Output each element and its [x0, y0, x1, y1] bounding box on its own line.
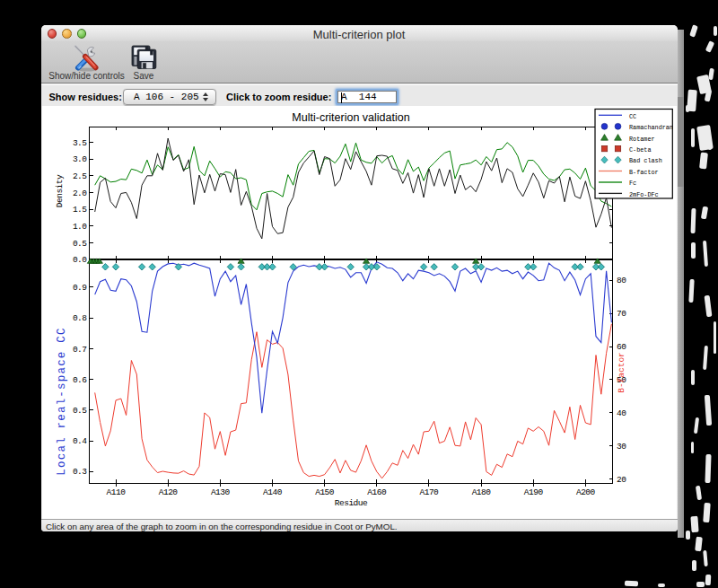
svg-text:Bad clash: Bad clash	[629, 157, 662, 164]
svg-text:30: 30	[617, 442, 626, 452]
svg-text:1.0: 1.0	[72, 222, 86, 232]
svg-text:0.4: 0.4	[72, 436, 86, 446]
svg-text:Rotamer: Rotamer	[629, 136, 655, 143]
svg-text:1.5: 1.5	[72, 205, 86, 215]
svg-text:3.0: 3.0	[72, 154, 86, 164]
svg-text:80: 80	[617, 276, 626, 285]
svg-text:40: 40	[617, 408, 626, 418]
svg-text:A120: A120	[158, 487, 178, 497]
svg-text:A130: A130	[210, 487, 230, 497]
svg-text:0.5: 0.5	[72, 406, 86, 416]
svg-text:0.9: 0.9	[72, 283, 86, 293]
svg-text:0.8: 0.8	[72, 313, 86, 323]
svg-text:A110: A110	[106, 487, 126, 497]
svg-text:0.7: 0.7	[72, 345, 86, 355]
svg-text:A140: A140	[263, 487, 283, 497]
svg-text:Residue: Residue	[334, 498, 367, 508]
svg-text:Fc: Fc	[629, 180, 636, 187]
svg-text:A150: A150	[315, 487, 335, 497]
svg-text:3.5: 3.5	[72, 138, 86, 148]
svg-text:20: 20	[617, 475, 626, 485]
svg-text:C-beta: C-beta	[629, 146, 651, 154]
svg-text:60: 60	[617, 342, 626, 352]
svg-text:A180: A180	[471, 487, 491, 497]
svg-text:2.5: 2.5	[72, 171, 86, 181]
svg-text:Density: Density	[55, 174, 65, 207]
svg-text:0.0: 0.0	[72, 255, 86, 265]
svg-text:A190: A190	[523, 487, 543, 497]
svg-text:2mFo-DFc: 2mFo-DFc	[629, 191, 659, 198]
svg-text:Multi-criterion validation: Multi-criterion validation	[292, 111, 409, 124]
svg-text:0.5: 0.5	[72, 239, 86, 249]
svg-text:B-factor: B-factor	[629, 169, 659, 176]
svg-text:A200: A200	[575, 487, 595, 497]
svg-text:Ramachandran: Ramachandran	[629, 124, 673, 131]
svg-text:A160: A160	[367, 487, 387, 497]
svg-text:0.6: 0.6	[72, 375, 86, 385]
svg-text:70: 70	[617, 309, 626, 319]
svg-text:0.3: 0.3	[72, 467, 86, 477]
svg-text:CC: CC	[629, 113, 636, 120]
svg-text:Local real-space CC: Local real-space CC	[56, 327, 68, 475]
svg-text:B-factor: B-factor	[617, 352, 626, 393]
svg-text:A170: A170	[419, 487, 439, 497]
svg-text:2.0: 2.0	[72, 189, 86, 198]
